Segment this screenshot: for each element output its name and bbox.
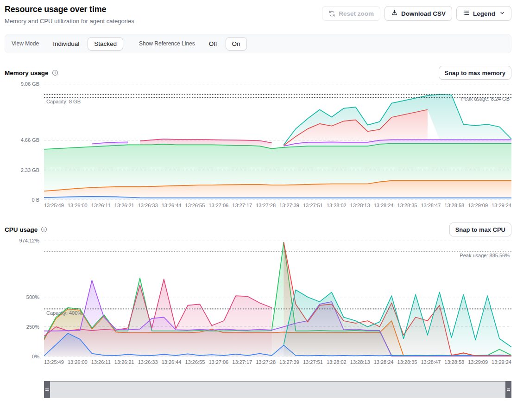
info-icon[interactable] (52, 70, 58, 76)
x-axis-tick-label: 13:25:49 (44, 359, 64, 365)
view-mode-individual-option[interactable]: Individual (46, 37, 86, 51)
x-axis-tick-label: 13:27:51 (303, 359, 323, 365)
y-axis-tick-label: 500% (5, 294, 39, 300)
memory-chart: 9.06 GB4.66 GB2.33 GB0 BPeak usage: 8.24… (5, 84, 511, 200)
download-csv-button[interactable]: Download CSV (385, 6, 452, 21)
memory-chart-plot-area[interactable]: 9.06 GB4.66 GB2.33 GB0 BPeak usage: 8.24… (44, 84, 511, 200)
x-axis-tick-label: 13:29:09 (468, 359, 488, 365)
reset-zoom-label: Reset zoom (339, 10, 374, 17)
x-axis-tick-label: 13:25:49 (44, 203, 64, 208)
x-axis-tick-label: 13:28:24 (374, 359, 394, 365)
x-axis-tick-label: 13:28:13 (350, 359, 370, 365)
reset-zoom-button[interactable]: Reset zoom (322, 6, 380, 21)
x-axis-tick-label: 13:28:58 (444, 203, 464, 208)
cpu-chart-plot-area[interactable]: 974.12%500%250%0%Peak usage: 885.56%Capa… (44, 241, 511, 356)
y-axis-tick-label: 0% (5, 353, 39, 360)
cpu-chart: 974.12%500%250%0%Peak usage: 885.56%Capa… (5, 241, 511, 356)
refresh-icon (328, 10, 335, 17)
x-axis-tick-label: 13:27:39 (279, 359, 299, 365)
view-mode-label: View Mode (12, 40, 39, 47)
x-axis-tick-label: 13:26:21 (114, 203, 134, 208)
x-axis-tick-label: 13:27:06 (208, 359, 228, 365)
page-subtitle: Memory and CPU utilization for agent cat… (5, 18, 134, 25)
x-axis-tick-label: 13:26:44 (162, 359, 182, 365)
header-actions: Reset zoom Download CSV Legend (322, 6, 511, 21)
memory-section-title: Memory usage (5, 70, 49, 76)
x-axis-tick-label: 13:27:28 (256, 359, 276, 365)
cpu-section-header: CPU usage Snap to max CPU (5, 223, 511, 236)
header-text: Resource usage over time Memory and CPU … (5, 5, 134, 25)
capacity-reference-label: Capacity: 8 GB (46, 99, 81, 104)
x-axis-tick-label: 13:26:33 (138, 203, 158, 208)
reference-lines-off-option[interactable]: Off (202, 37, 224, 51)
list-icon (463, 9, 470, 18)
x-axis-tick-label: 13:28:47 (421, 203, 441, 208)
capacity-reference-label: Capacity: 400% (46, 310, 82, 316)
x-axis-tick-label: 13:26:55 (185, 359, 205, 365)
brush-handle-right[interactable] (505, 381, 511, 398)
x-axis-tick-label: 13:26:21 (114, 359, 134, 365)
snap-to-max-cpu-button[interactable]: Snap to max CPU (449, 223, 511, 236)
x-axis-tick-label: 13:26:00 (68, 203, 88, 208)
resource-usage-page: Resource usage over time Memory and CPU … (0, 0, 517, 398)
x-axis-tick-label: 13:27:51 (303, 203, 323, 208)
cpu-chart-x-axis: 13:25:4913:26:0013:26:1113:26:2113:26:33… (5, 359, 511, 365)
x-axis-tick-label: 13:28:02 (327, 359, 347, 365)
page-title: Resource usage over time (5, 5, 134, 14)
cpu-section-title-row: CPU usage (5, 226, 47, 233)
y-axis-tick-label: 4.66 GB (5, 137, 39, 143)
y-axis-tick-label: 974.12% (5, 237, 39, 244)
peak-usage-reference-label: Peak usage: 885.56% (460, 253, 510, 258)
y-axis-tick-label: 250% (5, 324, 39, 330)
memory-chart-x-axis: 13:25:4913:26:0013:26:1113:26:2113:26:33… (5, 203, 511, 208)
x-axis-tick-label: 13:29:24 (492, 203, 511, 208)
x-axis-tick-label: 13:26:11 (91, 203, 111, 208)
snap-to-max-memory-button[interactable]: Snap to max memory (439, 66, 512, 80)
x-axis-tick-label: 13:28:58 (444, 359, 464, 365)
x-axis-tick-label: 13:27:17 (232, 203, 252, 208)
reference-lines-on-option[interactable]: On (226, 37, 247, 51)
peak-usage-reference-label: Peak usage: 8.24 GB (461, 96, 510, 102)
x-axis-tick-label: 13:27:28 (256, 203, 276, 208)
legend-dropdown-button[interactable]: Legend (456, 6, 511, 21)
x-axis-tick-label: 13:28:02 (327, 203, 347, 208)
chart-controls-bar: View Mode Individual Stacked Show Refere… (5, 34, 511, 53)
x-axis-tick-label: 13:29:09 (468, 203, 488, 208)
x-axis-tick-label: 13:26:11 (91, 359, 111, 365)
x-axis-tick-label: 13:26:44 (162, 203, 182, 208)
header: Resource usage over time Memory and CPU … (5, 5, 511, 25)
memory-section-header: Memory usage Snap to max memory (5, 66, 511, 80)
x-axis-tick-label: 13:27:06 (208, 203, 228, 208)
x-axis-tick-label: 13:29:24 (492, 359, 511, 365)
chevron-down-icon (499, 10, 505, 17)
x-axis-tick-label: 13:28:13 (350, 203, 370, 208)
x-axis-tick-label: 13:28:47 (421, 359, 441, 365)
x-axis-tick-label: 13:28:24 (374, 203, 394, 208)
cpu-section-title: CPU usage (5, 226, 38, 233)
x-axis-tick-label: 13:27:17 (232, 359, 252, 365)
brush-handle-left[interactable] (44, 381, 50, 398)
x-axis-tick-label: 13:28:35 (397, 203, 417, 208)
time-range-brush[interactable] (44, 381, 511, 398)
info-icon[interactable] (41, 226, 47, 233)
y-axis-tick-label: 9.06 GB (5, 81, 39, 87)
y-axis-tick-label: 0 B (5, 197, 39, 203)
show-reference-lines-label: Show Reference Lines (139, 40, 195, 47)
y-axis-tick-label: 2.33 GB (5, 167, 39, 173)
download-csv-label: Download CSV (401, 10, 446, 17)
x-axis-tick-label: 13:27:39 (279, 203, 299, 208)
x-axis-tick-label: 13:26:33 (138, 359, 158, 365)
legend-label: Legend (473, 10, 495, 17)
download-icon (391, 9, 398, 18)
x-axis-tick-label: 13:28:35 (397, 359, 417, 365)
memory-section-title-row: Memory usage (5, 70, 58, 76)
x-axis-tick-label: 13:26:55 (185, 203, 205, 208)
x-axis-tick-label: 13:26:00 (68, 359, 88, 365)
view-mode-stacked-option[interactable]: Stacked (88, 37, 123, 51)
